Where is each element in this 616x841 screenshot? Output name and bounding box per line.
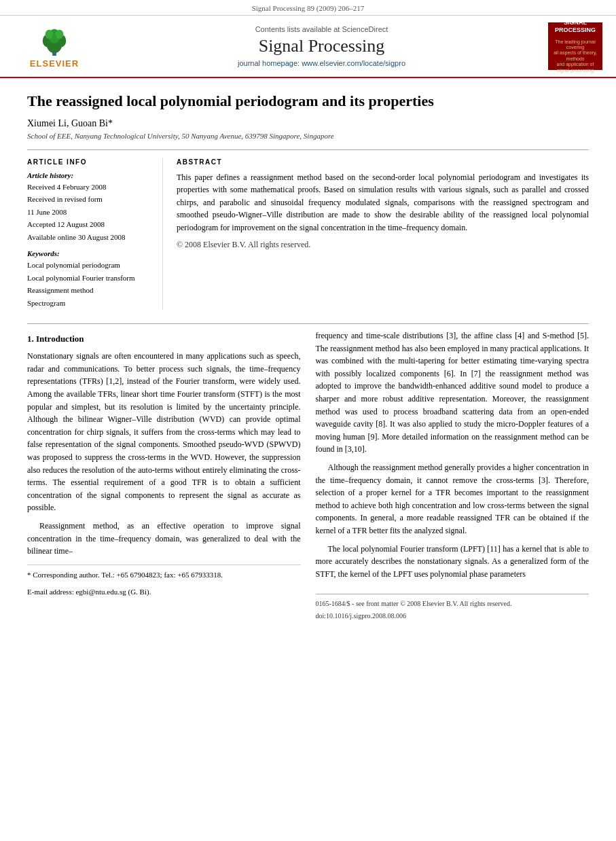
revised-date: 11 June 2008 bbox=[27, 207, 151, 218]
article-history-label: Article history: bbox=[27, 171, 151, 179]
footer-rights: 0165-1684/$ - see front matter © 2008 El… bbox=[316, 598, 590, 609]
footnote-section: * Corresponding author. Tel.: +65 679048… bbox=[27, 565, 301, 598]
abstract-panel: Abstract This paper defines a reassignme… bbox=[177, 158, 589, 310]
content-divider bbox=[27, 323, 589, 324]
contents-available-text: Contents lists available at ScienceDirec… bbox=[255, 25, 388, 33]
section1-para5: The local polynomial Fourier transform (… bbox=[316, 543, 590, 581]
section1-para2: Reassignment method, as an effective ope… bbox=[27, 520, 301, 558]
article-info-panel: Article Info Article history: Received 4… bbox=[27, 158, 163, 310]
elsevier-name: ELSEVIER bbox=[30, 58, 79, 69]
keyword-3: Reassignment method bbox=[27, 285, 151, 296]
signal-processing-logo: SIGNALPROCESSING The leading journal cov… bbox=[548, 22, 602, 70]
sp-logo-subtitle: The leading journal coveringall aspects … bbox=[552, 39, 598, 73]
keywords-heading: Keywords: bbox=[27, 249, 151, 257]
homepage-url[interactable]: www.elsevier.com/locate/sigpro bbox=[302, 59, 405, 67]
svg-point-5 bbox=[46, 29, 54, 38]
elsevier-tree-icon bbox=[34, 24, 75, 57]
authors: Xiumei Li, Guoan Bi* bbox=[27, 118, 589, 129]
author-names: Xiumei Li, Guoan Bi* bbox=[27, 118, 113, 128]
section1-para3: frequency and time-scale distributions [… bbox=[316, 329, 590, 456]
available-online: Available online 30 August 2008 bbox=[27, 232, 151, 243]
article-info-heading: Article Info bbox=[27, 158, 151, 166]
section1-para4: Although the reassignment method general… bbox=[316, 461, 590, 537]
journal-homepage: journal homepage: www.elsevier.com/locat… bbox=[103, 59, 540, 67]
article-info-abstract: Article Info Article history: Received 4… bbox=[27, 158, 589, 310]
title-divider bbox=[27, 149, 589, 150]
body-right-column: frequency and time-scale distributions [… bbox=[316, 329, 590, 622]
section1-para1: Nonstationary signals are often encounte… bbox=[27, 350, 301, 514]
copyright-line: © 2008 Elsevier B.V. All rights reserved… bbox=[177, 238, 589, 251]
journal-citation-bar: Signal Processing 89 (2009) 206–217 bbox=[0, 0, 616, 16]
received-date: Received 4 February 2008 bbox=[27, 181, 151, 193]
footer-note: 0165-1684/$ - see front matter © 2008 El… bbox=[316, 594, 590, 621]
elsevier-logo: ELSEVIER bbox=[14, 22, 95, 70]
journal-citation: Signal Processing 89 (2009) 206–217 bbox=[252, 4, 365, 12]
footer-doi: doi:10.1016/j.sigpro.2008.08.006 bbox=[316, 611, 590, 622]
body-left-column: 1. Introduction Nonstationary signals ar… bbox=[27, 329, 301, 622]
sciencedirect-line: Contents lists available at ScienceDirec… bbox=[103, 25, 540, 33]
affiliation: School of EEE, Nanyang Technological Uni… bbox=[27, 132, 589, 140]
body-columns: 1. Introduction Nonstationary signals ar… bbox=[27, 329, 589, 622]
keywords-section: Keywords: Local polynomial periodogram L… bbox=[27, 249, 151, 308]
svg-point-6 bbox=[56, 29, 64, 38]
footnote-corresponding: * Corresponding author. Tel.: +65 679048… bbox=[27, 569, 301, 581]
keyword-4: Spectrogram bbox=[27, 298, 151, 309]
received-revised-label: Received in revised form bbox=[27, 194, 151, 205]
journal-title: Signal Processing bbox=[103, 36, 540, 56]
keyword-2: Local polynomial Fourier transform bbox=[27, 272, 151, 284]
main-content: The reassigned local polynomial periodog… bbox=[0, 78, 616, 636]
paper-title: The reassigned local polynomial periodog… bbox=[27, 92, 589, 111]
section1-heading: 1. Introduction bbox=[27, 332, 301, 346]
journal-center: Contents lists available at ScienceDirec… bbox=[103, 25, 540, 67]
keyword-1: Local polynomial periodogram bbox=[27, 260, 151, 271]
sp-logo-title: SIGNALPROCESSING bbox=[555, 19, 596, 34]
abstract-text: This paper defines a reassignment method… bbox=[177, 171, 589, 234]
journal-header: ELSEVIER Contents lists available at Sci… bbox=[0, 16, 616, 78]
accepted-date: Accepted 12 August 2008 bbox=[27, 219, 151, 230]
abstract-heading: Abstract bbox=[177, 158, 589, 166]
footnote-email: E-mail address: egbi@ntu.edu.sg (G. Bi). bbox=[27, 586, 301, 598]
homepage-label: journal homepage: bbox=[238, 59, 300, 67]
